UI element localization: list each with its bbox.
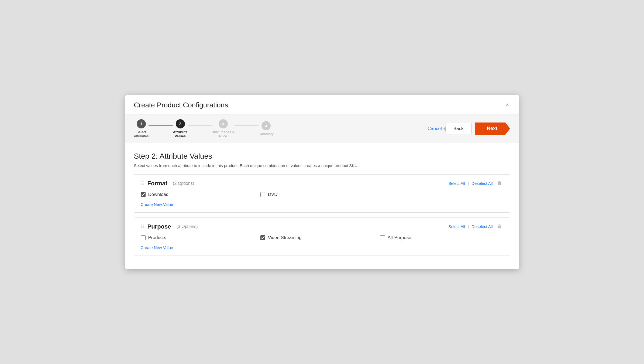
attribute-card-header-format: ⠿ Format (2 Options) Select All | Desele… (141, 180, 504, 187)
next-button[interactable]: Next (475, 123, 510, 135)
back-button[interactable]: Back (446, 123, 471, 134)
attribute-card-right-purpose: Select All | Deselect All 🗑 (449, 223, 504, 230)
list-item[interactable]: Video Streaming (260, 235, 380, 240)
cancel-button[interactable]: Cancel (428, 126, 442, 131)
wizard-step-3: 3 Bulk Images &Price (212, 119, 235, 138)
create-new-value-purpose[interactable]: Create New Value (141, 245, 173, 250)
wizard-bar: 1 SelectAttributes 2 AttributeValues 3 B… (125, 114, 519, 143)
step-circle-2: 2 (176, 119, 185, 128)
delete-attribute-purpose[interactable]: 🗑 (495, 223, 504, 230)
wizard-actions: Cancel Back Next (428, 123, 510, 135)
deselect-all-purpose[interactable]: Deselect All (471, 224, 493, 229)
value-label-dvd: DVD (268, 192, 278, 197)
value-label-video-streaming: Video Streaming (268, 235, 302, 240)
drag-handle-purpose[interactable]: ⠿ (141, 224, 144, 230)
attribute-card-format: ⠿ Format (2 Options) Select All | Desele… (134, 174, 510, 213)
step-label-2: AttributeValues (173, 130, 187, 138)
attribute-card-left-format: ⠿ Format (2 Options) (141, 180, 194, 187)
value-label-download: Download (148, 192, 169, 197)
attribute-options-count-purpose: (3 Options) (177, 224, 198, 229)
value-label-products: Products (148, 235, 166, 240)
select-all-purpose[interactable]: Select All (449, 224, 465, 229)
drag-handle-format[interactable]: ⠿ (141, 181, 144, 186)
step-circle-3: 3 (219, 119, 228, 128)
select-all-format[interactable]: Select All (449, 181, 465, 186)
attribute-card-right-format: Select All | Deselect All 🗑 (449, 180, 504, 187)
attribute-card-left-purpose: ⠿ Purpose (3 Options) (141, 223, 198, 230)
checkbox-video-streaming[interactable] (260, 235, 265, 240)
step-heading: Step 2: Attribute Values (134, 152, 510, 161)
checkbox-download[interactable] (141, 192, 146, 197)
attribute-name-format: Format (147, 180, 168, 187)
step-connector-1-2 (149, 125, 173, 126)
attribute-options-count-format: (2 Options) (173, 181, 194, 186)
attribute-values-format: Download DVD (141, 192, 504, 197)
step-circle-1: 1 (137, 119, 146, 128)
modal-title: Create Product Configurations (134, 101, 228, 109)
delete-attribute-format[interactable]: 🗑 (495, 180, 504, 187)
step-label-3: Bulk Images &Price (212, 130, 235, 138)
step-connector-3-4 (234, 125, 259, 126)
step-label-4: Summary (259, 132, 274, 136)
checkbox-dvd[interactable] (260, 192, 265, 197)
attribute-card-purpose: ⠿ Purpose (3 Options) Select All | Desel… (134, 217, 510, 256)
list-item[interactable]: Products (141, 235, 260, 240)
attribute-name-purpose: Purpose (147, 223, 171, 230)
wizard-step-4: 4 Summary (259, 121, 274, 136)
modal-content: Step 2: Attribute Values Select values f… (125, 143, 519, 269)
list-item[interactable]: DVD (260, 192, 380, 197)
wizard-step-2: 2 AttributeValues (173, 119, 187, 138)
step-description: Select values from each attribute to inc… (134, 163, 510, 168)
list-item[interactable]: Download (141, 192, 260, 197)
checkbox-products[interactable] (141, 235, 146, 240)
list-item[interactable]: All-Purpose (380, 235, 500, 240)
checkbox-all-purpose[interactable] (380, 235, 385, 240)
modal-header: Create Product Configurations × (125, 95, 519, 114)
attribute-card-header-purpose: ⠿ Purpose (3 Options) Select All | Desel… (141, 223, 504, 230)
close-button[interactable]: × (505, 101, 510, 109)
attribute-values-purpose: Products Video Streaming All-Purpose (141, 235, 504, 240)
wizard-step-1: 1 SelectAttributes (134, 119, 149, 138)
modal-container: Create Product Configurations × 1 Select… (125, 95, 519, 269)
wizard-steps: 1 SelectAttributes 2 AttributeValues 3 B… (134, 119, 274, 138)
step-connector-2-3 (188, 125, 212, 126)
value-label-all-purpose: All-Purpose (388, 235, 411, 240)
step-circle-4: 4 (261, 121, 271, 130)
step-label-1: SelectAttributes (134, 130, 149, 138)
create-new-value-format[interactable]: Create New Value (141, 202, 173, 207)
deselect-all-format[interactable]: Deselect All (471, 181, 493, 186)
